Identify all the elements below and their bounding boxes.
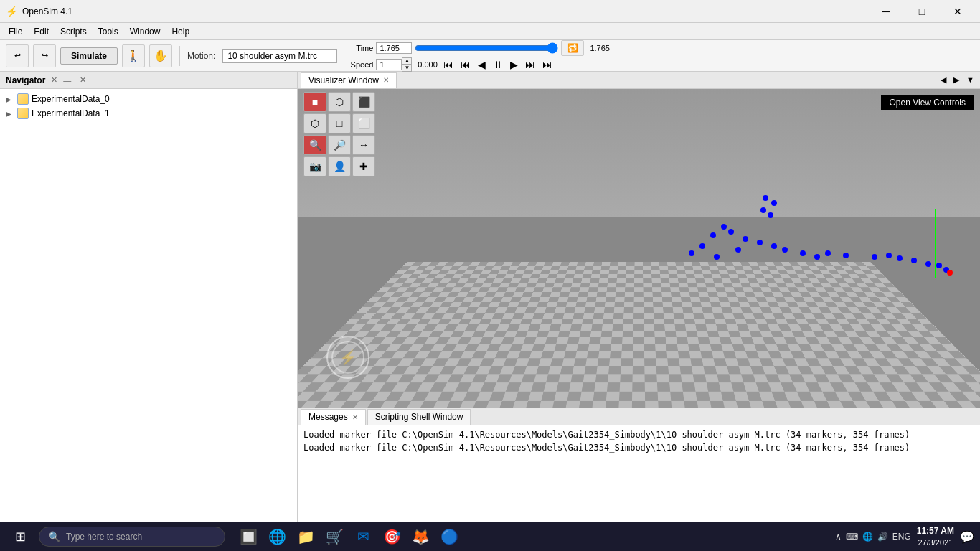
search-bar[interactable]: 🔍 Type here to search bbox=[39, 527, 225, 547]
tree-item-exp1[interactable]: ▶ ExperimentalData_1 bbox=[3, 106, 294, 121]
redo-button[interactable]: ↪ bbox=[33, 44, 56, 67]
motion-value[interactable]: 10 shoulder asym M.trc bbox=[222, 49, 337, 63]
start-button[interactable]: ⊞ bbox=[6, 522, 34, 551]
vis-scene: ■ ⬡ ⬛ ⬡ □ ⬜ 🔍 🔎 ↔ 📷 👤 ✚ bbox=[298, 89, 980, 408]
taskbar-cortana[interactable]: 🔲 bbox=[235, 524, 261, 550]
vis-tool-11[interactable]: 👤 bbox=[328, 156, 351, 176]
chevron-up-icon[interactable]: ∧ bbox=[835, 532, 842, 542]
open-view-controls-button[interactable]: Open View Controls bbox=[881, 95, 975, 110]
speed-up-button[interactable]: ▲ bbox=[402, 57, 412, 65]
vis-tool-10[interactable]: 📷 bbox=[303, 156, 326, 176]
simulate-button[interactable]: Simulate bbox=[60, 47, 118, 65]
time-speed-group: Time 🔁 1.765 Speed ▲ ▼ 0.000 ⏮ ⏮ ◀ ⏸ bbox=[347, 40, 610, 72]
axis-green-line bbox=[935, 209, 936, 278]
vis-tool-2[interactable]: ⬡ bbox=[328, 92, 351, 112]
clock-date: 27/3/2021 bbox=[917, 537, 954, 548]
taskbar-firefox[interactable]: 🦊 bbox=[407, 524, 433, 550]
step-back-button[interactable]: ⏮ bbox=[458, 57, 473, 72]
taskbar-browser2[interactable]: 🔵 bbox=[436, 524, 462, 550]
visualizer-tab-label: Visualizer Window bbox=[308, 75, 379, 85]
interact-button[interactable]: ✋ bbox=[149, 44, 172, 67]
tree-item-exp0[interactable]: ▶ ExperimentalData_0 bbox=[3, 92, 294, 106]
vis-tool-4[interactable]: ⬡ bbox=[303, 113, 326, 133]
opensim-watermark: ⚡ bbox=[326, 336, 369, 379]
messages-tab-close[interactable]: ✕ bbox=[352, 413, 358, 421]
scripting-shell-tab[interactable]: Scripting Shell Window bbox=[367, 409, 471, 425]
taskbar-store[interactable]: 🛒 bbox=[321, 524, 347, 550]
vis-tool-9[interactable]: ↔ bbox=[352, 135, 375, 155]
vis-tool-3[interactable]: ⬛ bbox=[352, 92, 375, 112]
navigator-x: ✕ bbox=[51, 75, 57, 85]
navigator-close[interactable]: ✕ bbox=[80, 75, 86, 85]
marker-8 bbox=[743, 236, 748, 242]
menu-scripts[interactable]: Scripts bbox=[55, 25, 93, 38]
marker-9 bbox=[757, 240, 763, 245]
loop-button[interactable]: 🔁 bbox=[561, 40, 584, 56]
visualizer-content[interactable]: ■ ⬡ ⬛ ⬡ □ ⬜ 🔍 🔎 ↔ 📷 👤 ✚ bbox=[298, 89, 980, 408]
app-icon: ⚡ bbox=[6, 6, 18, 17]
speed-down-button[interactable]: ▼ bbox=[402, 65, 412, 72]
menu-help[interactable]: Help bbox=[166, 25, 195, 38]
taskbar-solitaire[interactable]: 🎯 bbox=[379, 524, 405, 550]
marker-21 bbox=[886, 253, 892, 258]
maximize-button[interactable]: □ bbox=[905, 0, 938, 23]
undo-button[interactable]: ↩ bbox=[6, 44, 29, 67]
marker-2 bbox=[771, 200, 777, 206]
marker-1 bbox=[763, 195, 768, 201]
menu-edit[interactable]: Edit bbox=[28, 25, 55, 38]
speed-spinner[interactable]: ▲ ▼ bbox=[402, 57, 412, 72]
minimize-button[interactable]: ─ bbox=[870, 0, 903, 23]
taskbar-edge[interactable]: 🌐 bbox=[264, 524, 290, 550]
vis-tool-7[interactable]: 🔍 bbox=[303, 135, 326, 155]
taskbar-mail[interactable]: ✉ bbox=[350, 524, 376, 550]
tab-nav-left-btn[interactable]: ◀ bbox=[938, 74, 949, 86]
expander-exp1[interactable]: ▶ bbox=[6, 110, 14, 118]
tab-nav-down-btn[interactable]: ▼ bbox=[963, 74, 977, 86]
clock[interactable]: 11:57 AM 27/3/2021 bbox=[917, 525, 954, 548]
menu-tools[interactable]: Tools bbox=[93, 25, 124, 38]
taskbar-explorer[interactable]: 📁 bbox=[293, 524, 319, 550]
vis-tool-12[interactable]: ✚ bbox=[352, 156, 375, 176]
pause-button[interactable]: ⏸ bbox=[490, 57, 506, 72]
vis-tool-5[interactable]: □ bbox=[328, 113, 351, 133]
marker-16 bbox=[800, 250, 806, 256]
volume-icon[interactable]: 🔊 bbox=[877, 532, 888, 542]
marker-3 bbox=[760, 207, 766, 213]
time-slider[interactable] bbox=[415, 42, 558, 54]
visualizer-tab[interactable]: Visualizer Window ✕ bbox=[301, 72, 397, 88]
play-button[interactable]: ▶ bbox=[507, 57, 521, 72]
close-button[interactable]: ✕ bbox=[941, 0, 974, 23]
simulate-mode-button[interactable]: 🚶 bbox=[122, 44, 145, 67]
marker-20 bbox=[872, 254, 877, 260]
time-input[interactable] bbox=[376, 42, 412, 54]
visualizer-tab-close[interactable]: ✕ bbox=[383, 76, 389, 84]
taskbar-icons: 🔲 🌐 📁 🛒 ✉ 🎯 🦊 🔵 bbox=[235, 524, 462, 550]
motion-label: Motion: bbox=[187, 51, 215, 61]
vis-toolbar: ■ ⬡ ⬛ ⬡ □ ⬜ 🔍 🔎 ↔ 📷 👤 ✚ bbox=[303, 92, 375, 176]
messages-tab[interactable]: Messages ✕ bbox=[301, 409, 366, 425]
notification-icon[interactable]: 💬 bbox=[960, 530, 974, 544]
play-to-start-button[interactable]: ⏮ bbox=[440, 57, 456, 72]
sys-tray: ∧ ⌨ 🌐 🔊 ENG bbox=[835, 532, 911, 542]
folder-icon-exp1 bbox=[17, 108, 29, 119]
navigator-maximize[interactable]: — bbox=[63, 76, 71, 85]
play-to-end-button[interactable]: ⏭ bbox=[540, 57, 555, 72]
bottom-maximize-button[interactable]: — bbox=[961, 411, 977, 423]
expander-exp0[interactable]: ▶ bbox=[6, 95, 14, 103]
vis-tool-6[interactable]: ⬜ bbox=[352, 113, 375, 133]
marker-5 bbox=[721, 224, 727, 230]
vis-tool-1[interactable]: ■ bbox=[303, 92, 326, 112]
prev-frame-button[interactable]: ◀ bbox=[475, 57, 489, 72]
time-end-value: 1.765 bbox=[590, 44, 610, 52]
speed-label: Speed bbox=[347, 60, 373, 69]
eng-label: ENG bbox=[892, 532, 911, 542]
menu-file[interactable]: File bbox=[3, 25, 28, 38]
svg-text:⚡: ⚡ bbox=[339, 349, 357, 366]
tab-nav-right-btn[interactable]: ▶ bbox=[951, 74, 962, 86]
time-start-value: 0.000 bbox=[418, 60, 438, 69]
vis-tool-8[interactable]: 🔎 bbox=[328, 135, 351, 155]
right-panel: Visualizer Window ✕ ◀ ▶ ▼ ■ bbox=[298, 72, 980, 522]
menu-window[interactable]: Window bbox=[124, 25, 166, 38]
speed-input[interactable] bbox=[376, 59, 402, 70]
next-frame-button[interactable]: ⏭ bbox=[522, 57, 538, 72]
